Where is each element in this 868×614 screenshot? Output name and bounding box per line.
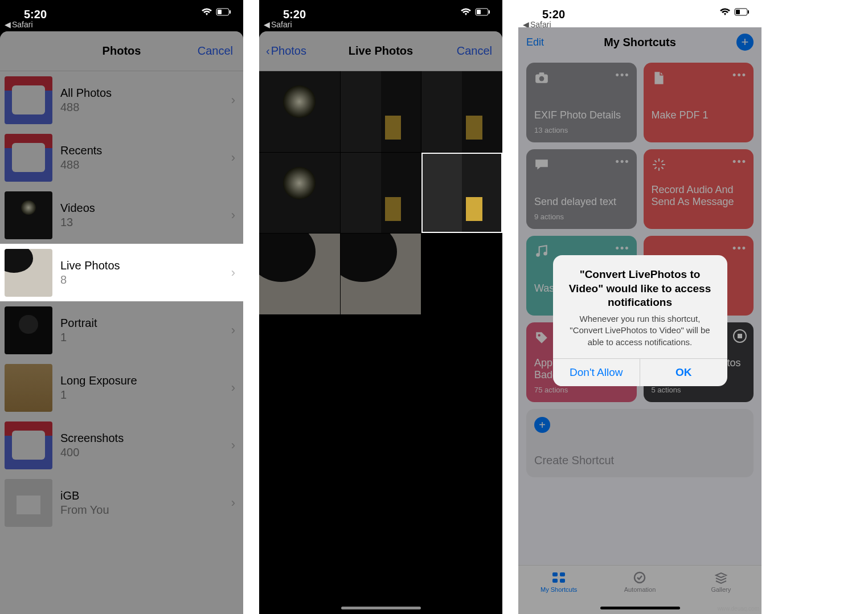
- card-title: EXIF Photo Details: [534, 109, 629, 122]
- sparkle-icon: [652, 157, 666, 172]
- more-icon[interactable]: •••: [732, 69, 747, 81]
- more-icon[interactable]: •••: [732, 243, 747, 255]
- photo-thumbnail[interactable]: [259, 153, 340, 234]
- svg-rect-16: [560, 572, 565, 576]
- album-thumb-icon: [5, 76, 52, 124]
- svg-point-14: [538, 334, 541, 337]
- add-shortcut-button[interactable]: +: [736, 34, 754, 51]
- photo-picker-sheet: Photos Cancel All Photos488 › Recents488…: [0, 31, 243, 614]
- album-name: Screenshots: [60, 432, 231, 445]
- cancel-button[interactable]: Cancel: [457, 44, 492, 58]
- album-name: Live Photos: [60, 259, 231, 272]
- photo-thumbnail[interactable]: [341, 153, 421, 234]
- chevron-right-icon: ›: [231, 438, 235, 453]
- album-thumb-icon: [5, 191, 52, 239]
- photo-thumbnail[interactable]: [259, 71, 340, 152]
- card-subtitle: 9 actions: [534, 212, 564, 221]
- album-name: Videos: [60, 202, 231, 215]
- stop-icon[interactable]: [733, 329, 747, 343]
- album-thumb-icon: [5, 306, 52, 354]
- photo-thumbnail-selected[interactable]: [421, 153, 502, 234]
- alert-buttons: Don't Allow OK: [553, 358, 727, 386]
- chevron-right-icon: ›: [231, 208, 235, 223]
- shortcut-card[interactable]: ••• Record Audio And Send As Message: [644, 149, 754, 229]
- status-time: 5:20: [530, 8, 719, 21]
- svg-rect-8: [748, 10, 749, 14]
- edit-button[interactable]: Edit: [526, 36, 544, 48]
- more-icon[interactable]: •••: [616, 69, 630, 81]
- camera-icon: [534, 71, 549, 85]
- automation-icon: [632, 571, 647, 584]
- status-time: 5:20: [11, 8, 201, 21]
- album-count: 400: [60, 446, 231, 459]
- back-app-label: Safari: [12, 20, 33, 29]
- album-recents[interactable]: Recents488 ›: [0, 129, 243, 186]
- phone-3: 5:20 ◀ Safari Edit My Shortcuts + ••• EX…: [518, 0, 761, 614]
- create-shortcut-card[interactable]: + Create Shortcut: [526, 409, 754, 477]
- back-button[interactable]: ‹Photos: [266, 44, 306, 58]
- card-title: Record Audio And Send As Message: [652, 184, 746, 208]
- album-name: Portrait: [60, 317, 231, 330]
- photo-thumbnail[interactable]: [341, 234, 421, 314]
- svg-rect-10: [539, 72, 544, 75]
- plus-icon: +: [534, 417, 550, 433]
- back-to-safari[interactable]: ◀ Safari: [5, 20, 33, 29]
- svg-point-11: [539, 76, 544, 81]
- cancel-button[interactable]: Cancel: [198, 44, 233, 58]
- back-to-safari[interactable]: ◀ Safari: [264, 20, 292, 29]
- photo-picker-sheet: ‹Photos Live Photos Cancel: [259, 31, 502, 614]
- album-screenshots[interactable]: Screenshots400 ›: [0, 416, 243, 474]
- chevron-right-icon: ›: [231, 150, 235, 165]
- album-igb[interactable]: iGBFrom You ›: [0, 474, 243, 531]
- tab-my-shortcuts[interactable]: My Shortcuts: [518, 566, 599, 614]
- album-thumb-icon: [5, 479, 52, 527]
- album-long-exposure[interactable]: Long Exposure1 ›: [0, 359, 243, 416]
- ok-button[interactable]: OK: [640, 359, 727, 386]
- dont-allow-button[interactable]: Don't Allow: [553, 359, 641, 386]
- shortcut-card[interactable]: ••• Make PDF 1: [644, 63, 754, 142]
- home-indicator[interactable]: [341, 607, 421, 609]
- album-thumb-icon: [5, 364, 52, 412]
- status-icons: [201, 8, 232, 16]
- home-indicator[interactable]: [82, 607, 162, 609]
- home-indicator[interactable]: [600, 607, 680, 609]
- card-title: Make PDF 1: [652, 109, 746, 122]
- battery-icon: [475, 8, 491, 16]
- photo-thumbnail[interactable]: [341, 71, 421, 152]
- photo-thumbnail[interactable]: [421, 71, 502, 152]
- status-time: 5:20: [271, 8, 460, 21]
- shortcut-card[interactable]: ••• Send delayed text 9 actions: [526, 149, 637, 229]
- album-portrait[interactable]: Portrait1 ›: [0, 301, 243, 359]
- album-list[interactable]: All Photos488 › Recents488 › Videos13 › …: [0, 71, 243, 531]
- photo-thumbnail[interactable]: [259, 234, 340, 314]
- chevron-right-icon: ›: [231, 265, 235, 280]
- card-subtitle: 5 actions: [652, 386, 681, 394]
- tag-icon: [534, 330, 549, 345]
- more-icon[interactable]: •••: [616, 243, 630, 255]
- album-count: 488: [60, 158, 231, 171]
- album-all-photos[interactable]: All Photos488 ›: [0, 71, 243, 129]
- more-icon[interactable]: •••: [616, 156, 630, 168]
- music-icon: [534, 244, 549, 259]
- card-title: Send delayed text: [534, 196, 629, 208]
- battery-icon: [734, 8, 750, 16]
- photo-empty: [421, 234, 502, 314]
- chevron-left-icon: ‹: [266, 44, 270, 58]
- tab-label: Gallery: [711, 586, 731, 593]
- album-name: Long Exposure: [60, 374, 231, 387]
- battery-icon: [216, 8, 232, 16]
- tab-label: Automation: [624, 586, 656, 593]
- photo-grid: [259, 71, 502, 314]
- shortcut-card[interactable]: ••• EXIF Photo Details 13 actions: [526, 63, 637, 142]
- chevron-right-icon: ›: [231, 380, 235, 395]
- permission-alert: "Convert LivePhotos to Video" would like…: [553, 255, 727, 386]
- more-icon[interactable]: •••: [732, 156, 747, 168]
- album-count: 13: [60, 216, 231, 229]
- album-live-photos[interactable]: Live Photos8 ›: [0, 244, 243, 301]
- svg-point-13: [543, 252, 547, 256]
- chevron-right-icon: ›: [231, 93, 235, 108]
- album-videos[interactable]: Videos13 ›: [0, 186, 243, 244]
- gallery-icon: [714, 571, 728, 584]
- watermark: www.deuaq.com: [718, 605, 759, 612]
- svg-rect-17: [552, 579, 558, 583]
